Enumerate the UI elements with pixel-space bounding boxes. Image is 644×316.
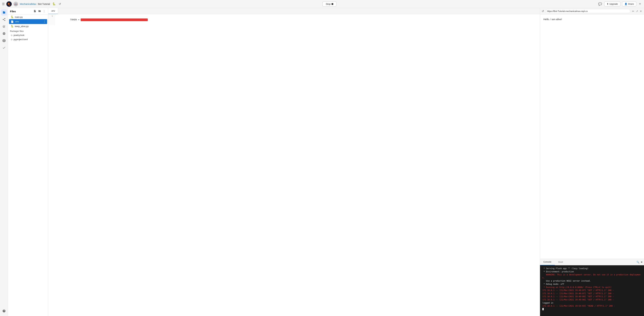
editor-area: .env 1 TOKEN = [48, 8, 540, 316]
stop-button[interactable]: Stop [322, 2, 336, 7]
terminal-line-11: 172.18.0.1 -- [21/Mar/2021 19:54:03] "HE… [542, 304, 642, 307]
repo-avatar: 🤖 [14, 2, 18, 7]
topbar: ☰ 🤖 MechanicalMax / Bot Tutorial 🐍 ↺ Sto… [0, 0, 644, 8]
right-panel: ↺ ✏ ↗ ✕ Hello. I am alive! Console Shell [540, 8, 644, 316]
file-name-keep-alive: keep_alive.py [15, 25, 46, 28]
code-line-1: 1 TOKEN = [48, 14, 540, 25]
preview-area: Hello. I am alive! [540, 15, 644, 259]
tab-shell[interactable]: Shell [555, 259, 566, 265]
file-header-icons: ⋮ [33, 10, 46, 13]
editor-tabs: .env [48, 8, 540, 14]
token-key: TOKEN = [70, 18, 81, 21]
python-file-icon: 🐍 [11, 16, 14, 18]
terminal-line-9: 172.18.0.1 -- [21/Mar/2021 19:49:08] "GE… [542, 298, 642, 301]
preview-text: Hello. I am alive! [544, 18, 641, 21]
browser-actions: ✏ ↗ ✕ [632, 10, 642, 13]
file-item-keep-alive[interactable]: 🐍 keep_alive.py [8, 24, 48, 28]
sidebar-item-files[interactable] [1, 10, 7, 16]
terminal-line-5: * Running on http://0.0.0.0:8080/ (Press… [542, 286, 642, 289]
chat-icon[interactable]: 💬 [598, 2, 602, 7]
share-icon: 👤 [624, 3, 627, 5]
terminal-line-0: * Serving Flask app "" (lazy loading) [542, 267, 642, 270]
repo-name: Bot Tutorial [38, 3, 50, 5]
share-label: Share [628, 3, 634, 5]
files-title: Files [10, 10, 32, 13]
history-icon[interactable]: ↺ [58, 2, 62, 6]
file-name-env: .env [15, 20, 42, 23]
share-button[interactable]: 👤 Share [622, 2, 636, 7]
tab-console-label: Console [544, 261, 552, 263]
tab-console[interactable]: Console [540, 259, 555, 265]
file-item-poetry-lock[interactable]: ◎ poetry.lock [8, 33, 48, 37]
add-button[interactable]: + [638, 2, 642, 6]
url-input[interactable] [545, 9, 630, 13]
file-name-pyproject-toml: pyproject.toml [14, 38, 46, 41]
packager-section-label: Packager files [8, 28, 48, 33]
edit-url-button[interactable]: ✏ [632, 10, 634, 13]
file-panel: Files ⋮ 🐍 main.py 📄 .env ⋮ 🐍 [8, 8, 48, 316]
terminal-line-8: 172.18.0.1 -- [21/Mar/2021 19:49:08] "GE… [542, 295, 642, 298]
sidebar-item-check[interactable] [1, 45, 7, 51]
sidebar-item-help[interactable] [1, 308, 7, 314]
more-options-button[interactable]: ⋮ [42, 10, 46, 13]
terminal-close-button[interactable]: ✕ [641, 261, 643, 263]
browser-refresh-button[interactable]: ↺ [542, 10, 544, 13]
terminal-cursor [542, 308, 544, 310]
upgrade-button[interactable]: ⬆ Upgrade [604, 2, 620, 7]
keepalive-file-icon: 🐍 [11, 25, 14, 28]
pyproject-icon: ◎ [11, 38, 12, 41]
replit-logo [6, 1, 12, 7]
terminal-line-2: WARNING: This is a development server. D… [542, 273, 642, 279]
terminal-line-10: logged in [542, 301, 642, 304]
main-layout: Files ⋮ 🐍 main.py 📄 .env ⋮ 🐍 [0, 8, 644, 316]
sidebar-item-share[interactable] [1, 17, 7, 23]
user-link[interactable]: MechanicalMax [20, 3, 36, 5]
open-external-button[interactable]: ↗ [636, 10, 638, 13]
bottom-panel: Console Shell 🔍 ✕ * Serving Flask app ""… [540, 259, 644, 316]
sidebar-item-settings[interactable] [1, 31, 7, 37]
file-item-env[interactable]: 📄 .env ⋮ [9, 19, 47, 24]
tab-env-label: .env [51, 10, 55, 12]
terminal-line-3: Use a production WSGI server instead. [542, 279, 642, 282]
line-number-1: 1 [48, 14, 55, 25]
terminal-line-7: 172.18.0.1 -- [21/Mar/2021 19:49:07] "GE… [542, 292, 642, 295]
terminal-line-6: 172.18.0.1 -- [21/Mar/2021 19:49:07] "GE… [542, 289, 642, 292]
breadcrumb: MechanicalMax / Bot Tutorial [20, 3, 50, 5]
stop-icon [332, 3, 333, 5]
terminal-line-1: * Environment: production [542, 270, 642, 273]
icon-sidebar [0, 8, 8, 316]
bottom-tabs: Console Shell 🔍 ✕ [540, 259, 644, 265]
sidebar-item-database[interactable] [1, 38, 7, 44]
terminal[interactable]: * Serving Flask app "" (lazy loading) * … [540, 265, 644, 316]
python-icon: 🐍 [52, 2, 56, 6]
tab-shell-label: Shell [558, 261, 563, 263]
file-item-main-py[interactable]: 🐍 main.py [8, 15, 48, 19]
new-folder-button[interactable] [38, 10, 42, 13]
new-file-button[interactable] [33, 10, 37, 13]
sidebar-item-packages[interactable] [1, 24, 7, 30]
breadcrumb-sep: / [37, 3, 38, 5]
stop-label: Stop [326, 3, 330, 5]
browser-bar: ↺ ✏ ↗ ✕ [540, 8, 644, 15]
upgrade-label: Upgrade [610, 3, 618, 5]
env-file-icon: 📄 [11, 20, 14, 23]
terminal-line-4: * Debug mode: off [542, 282, 642, 286]
upgrade-icon: ⬆ [607, 3, 608, 5]
file-name-poetry-lock: poetry.lock [14, 34, 46, 37]
right-actions: 💬 ⬆ Upgrade 👤 Share + [598, 2, 642, 7]
terminal-cursor-line [542, 307, 642, 311]
line-content-1: TOKEN = [55, 14, 148, 25]
file-name-main-py: main.py [15, 16, 46, 18]
redacted-token-value [81, 19, 148, 21]
tab-env[interactable]: .env [48, 8, 58, 14]
poetry-lock-icon: ◎ [11, 34, 12, 37]
file-panel-header: Files ⋮ [8, 8, 48, 15]
hamburger-menu[interactable]: ☰ [2, 2, 5, 6]
close-browser-button[interactable]: ✕ [640, 10, 642, 13]
file-item-pyproject-toml[interactable]: ◎ pyproject.toml [8, 37, 48, 42]
terminal-search-button[interactable]: 🔍 [636, 261, 639, 263]
file-menu-env[interactable]: ⋮ [43, 20, 46, 23]
editor-content[interactable]: 1 TOKEN = [48, 14, 540, 316]
